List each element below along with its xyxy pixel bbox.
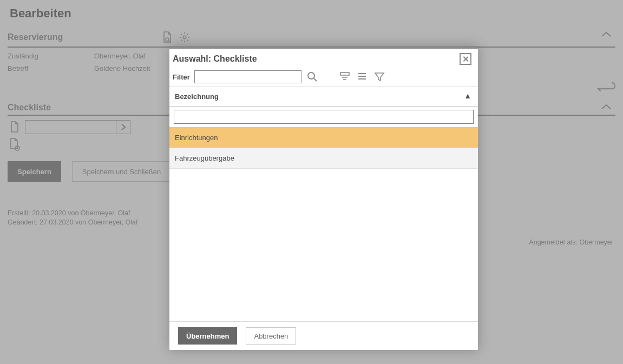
list-item[interactable]: Einrichtungen xyxy=(169,128,478,148)
svg-point-3 xyxy=(308,72,314,79)
cancel-button[interactable]: Abbrechen xyxy=(246,327,296,345)
sort-asc-icon[interactable]: ▲ xyxy=(464,91,471,100)
ok-button[interactable]: Übernehmen xyxy=(178,327,237,345)
column-header-label: Bezeichnung xyxy=(175,92,219,101)
filter-label: Filter xyxy=(173,73,190,81)
list-icon[interactable] xyxy=(357,71,368,82)
filter-input[interactable] xyxy=(194,70,301,83)
modal-title: Auswahl: Checkliste xyxy=(173,54,257,64)
funnel-icon[interactable] xyxy=(374,71,385,82)
column-filter-icon[interactable] xyxy=(339,71,350,82)
search-icon[interactable] xyxy=(306,70,319,83)
column-header[interactable]: Bezeichnung ▲ xyxy=(169,87,478,107)
list-item[interactable]: Fahrzeugübergabe xyxy=(169,148,478,169)
svg-rect-4 xyxy=(340,72,349,75)
column-search-input[interactable] xyxy=(174,110,474,124)
selection-modal: Auswahl: Checkliste ✕ Filter xyxy=(169,46,478,350)
close-icon[interactable]: ✕ xyxy=(460,53,471,65)
